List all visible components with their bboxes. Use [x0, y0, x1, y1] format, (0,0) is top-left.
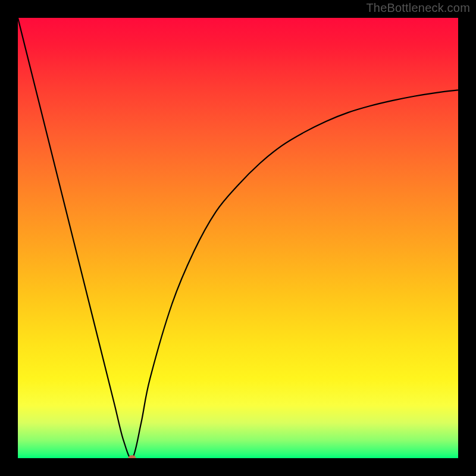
bottleneck-curve-path — [18, 18, 458, 458]
chart-frame: TheBottleneck.com — [0, 0, 476, 476]
plot-area — [18, 18, 458, 458]
curve-svg — [18, 18, 458, 458]
optimum-marker — [129, 455, 136, 458]
watermark-text: TheBottleneck.com — [366, 1, 470, 15]
